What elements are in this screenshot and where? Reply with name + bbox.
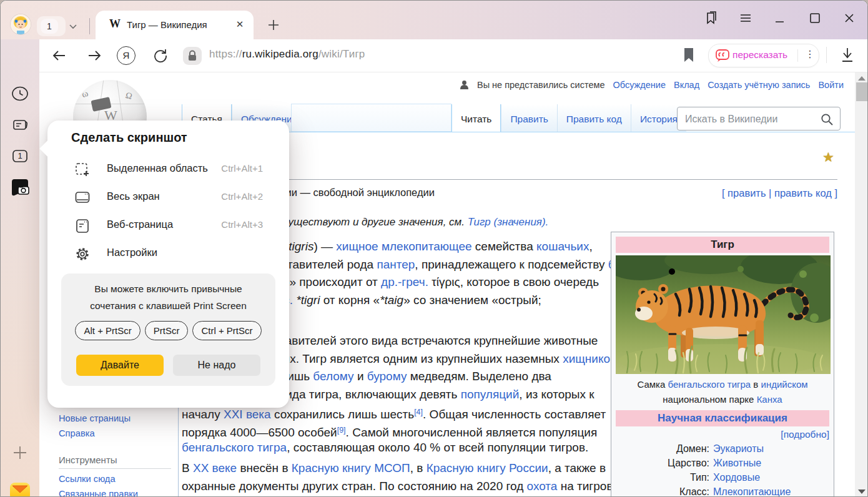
tabs-counter-button[interactable]: 1 <box>11 147 29 165</box>
wikipedia-favicon: W <box>109 17 121 31</box>
yandex-search-button[interactable]: Я <box>117 46 136 65</box>
screenshot-menu-item-2[interactable]: Весь экранCtrl+Alt+2 <box>62 184 274 211</box>
wiki-link[interactable]: популяций <box>461 388 520 401</box>
text-span: τίγρις, которое в свою очередь <box>428 275 599 288</box>
yandex-mail-button[interactable] <box>9 480 31 497</box>
wiki-link[interactable]: Тигр (значения). <box>468 216 549 228</box>
rail-tab-count: 1 <box>11 151 29 160</box>
wiki-link[interactable]: [9] <box>337 426 346 435</box>
taxobox-caption: Самка бенгальского тигра в индийскомнаци… <box>616 377 829 406</box>
chevron-down-icon[interactable] <box>68 21 78 31</box>
classification-value-link[interactable]: Млекопитающие <box>713 485 791 497</box>
wiki-link[interactable]: охота <box>527 480 558 493</box>
wiki-link[interactable]: хищников <box>563 352 616 365</box>
retell-button[interactable]: пересказать ⋮ <box>708 44 819 67</box>
bookmark-page-button[interactable] <box>681 47 696 63</box>
minimize-button[interactable] <box>771 9 789 27</box>
account-link[interactable]: Войти <box>818 80 844 90</box>
screenshot-menu-item-3[interactable]: Веб-страницаCtrl+Alt+3 <box>62 212 274 239</box>
tab-count-badge[interactable]: 1 <box>41 19 58 34</box>
close-window-button[interactable] <box>841 9 858 27</box>
classification-label: Царство: <box>616 456 709 470</box>
search-icon[interactable] <box>820 112 834 126</box>
wiki-link[interactable]: индийском <box>761 379 808 390</box>
wiki-search-input[interactable] <box>684 111 817 127</box>
account-links: ОбсуждениеВкладСоздать учётную записьВой… <box>613 80 844 90</box>
classification-value-link[interactable]: Хордовые <box>713 470 760 485</box>
account-link[interactable]: Создать учётную запись <box>708 80 810 90</box>
wiki-link[interactable]: Канха <box>757 394 782 405</box>
decline-shortcuts-button[interactable]: Не надо <box>173 355 260 376</box>
downloads-button[interactable] <box>839 46 856 64</box>
wiki-link[interactable]: млекопитающее <box>382 240 472 253</box>
tiger-photo[interactable] <box>616 255 831 374</box>
menu-item-shortcut: Ctrl+Alt+2 <box>221 191 263 202</box>
maximize-button[interactable] <box>806 9 824 27</box>
wiki-link[interactable]: пантер <box>377 258 415 271</box>
screenshot-tool-button[interactable] <box>9 177 31 198</box>
sidebar-tool-link[interactable]: Связанные правки <box>59 489 138 497</box>
text-span: ) — <box>313 240 336 253</box>
sidebar-link[interactable]: Новые страницы <box>59 413 131 423</box>
wiki-link[interactable]: XX веке <box>193 461 237 475</box>
site-security-badge[interactable] <box>183 47 202 65</box>
text-span: . Самой многочисленной является популяци… <box>346 426 598 439</box>
taxobox-classification-header[interactable]: Научная классификация <box>616 410 829 426</box>
sidebar-link[interactable]: Справка <box>59 428 95 438</box>
wiki-tab-читать[interactable]: Читать <box>451 104 501 132</box>
wiki-link[interactable]: бурому <box>367 370 407 383</box>
screenshot-popup: Сделать скриншот Выделенная областьCtrl+… <box>47 121 289 408</box>
history-button[interactable] <box>11 85 29 102</box>
account-link[interactable]: Обсуждение <box>613 80 665 90</box>
classification-value-link[interactable]: Эукариоты <box>713 441 764 456</box>
notes-panel-button[interactable] <box>11 116 29 134</box>
wiki-link[interactable]: Красную книгу России <box>427 461 548 475</box>
new-tab-button[interactable] <box>265 17 282 33</box>
wiki-link[interactable]: кошачьих <box>536 240 589 253</box>
tab-close-icon[interactable]: ✕ <box>234 18 246 31</box>
mail-envelope-icon <box>9 480 31 497</box>
retell-more-icon[interactable]: ⋮ <box>805 48 815 60</box>
classification-value-link[interactable]: Животные <box>713 456 761 470</box>
bookmarks-panel-icon <box>701 9 719 27</box>
page-scrollbar[interactable] <box>855 72 868 497</box>
wiki-link[interactable]: Красную книгу МСОП <box>292 461 410 475</box>
section-edit-links[interactable]: [ править | править код ] <box>722 187 837 199</box>
text-span: , <box>589 240 592 253</box>
printscreen-hint-card: Вы можете включить привычные сочетания с… <box>61 273 275 386</box>
popup-title: Сделать скриншот <box>71 130 187 145</box>
accept-shortcuts-button[interactable]: Давайте <box>76 355 164 376</box>
wiki-link[interactable]: белому <box>313 370 353 383</box>
wiki-link[interactable]: бенгальского тигра <box>668 379 751 390</box>
wiki-tab-править[interactable]: Править <box>501 104 556 132</box>
account-link[interactable]: Вклад <box>674 80 699 90</box>
back-button[interactable] <box>51 47 68 64</box>
wiki-link[interactable]: хищное <box>336 240 378 253</box>
wiki-link[interactable]: [4] <box>414 408 423 416</box>
address-bar-url[interactable]: https://ru.wikipedia.org/wiki/Тигр <box>209 48 365 61</box>
wiki-link[interactable]: XXI века <box>224 408 271 421</box>
tab-group-chip[interactable]: 1 <box>37 16 66 36</box>
wiki-tab-править-код[interactable]: Править код <box>557 104 631 132</box>
reload-button[interactable] <box>152 47 169 64</box>
taxobox-details-link[interactable]: [подробно] <box>616 429 829 440</box>
forward-button[interactable] <box>86 47 103 64</box>
screenshot-menu-item-4[interactable]: Настройки <box>62 240 274 267</box>
caption-line: Самка бенгальского тигра в индийском <box>616 377 829 392</box>
scroll-up-arrow[interactable] <box>858 76 866 81</box>
scrollbar-thumb[interactable] <box>856 82 867 101</box>
wiki-link[interactable]: др.-греч. <box>381 275 428 288</box>
scroll-down-arrow[interactable] <box>858 490 866 494</box>
sidebar-tool-link[interactable]: Ссылки сюда <box>59 474 116 484</box>
featured-article-star-icon[interactable]: ★ <box>822 150 834 165</box>
hint-text-line1: Вы можете включить привычные <box>61 283 275 295</box>
wiki-link[interactable]: бенгальского тигра <box>182 441 287 454</box>
browser-tab-active[interactable]: W Тигр — Википедия ✕ <box>96 11 254 39</box>
browser-menu-button[interactable] <box>737 9 754 27</box>
taxobox-title: Тигр <box>616 237 829 253</box>
screenshot-menu-item-1[interactable]: Выделенная областьCtrl+Alt+1 <box>62 155 274 183</box>
rail-add-button[interactable] <box>11 444 29 461</box>
browser-side-rail: 1 ••• <box>1 39 39 497</box>
bookmarks-panel-button[interactable] <box>701 9 719 27</box>
profile-avatar[interactable] <box>11 14 31 34</box>
